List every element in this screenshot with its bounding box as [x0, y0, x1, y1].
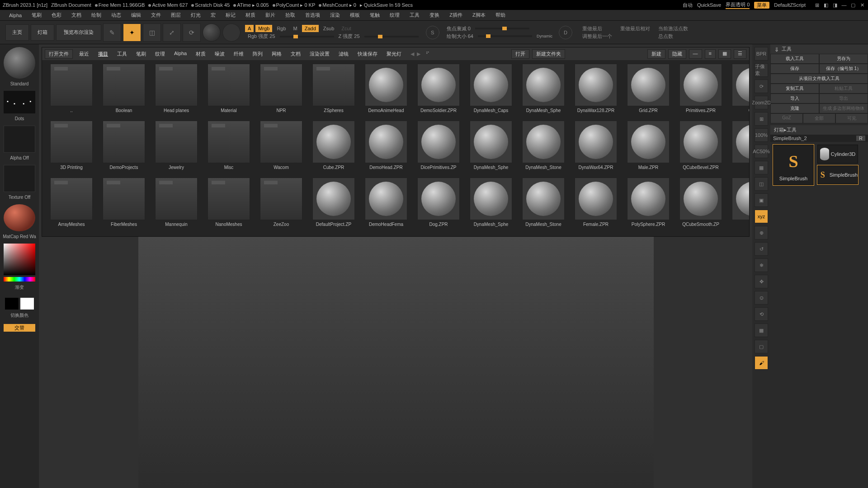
open-file-button[interactable]: 打开文件	[45, 49, 73, 59]
file-tile[interactable]: Male.ZPR	[623, 121, 674, 177]
lightbox-tab[interactable]: 材质	[192, 50, 209, 58]
tool-r-button[interactable]: R	[856, 136, 865, 141]
z-intensity[interactable]: Z 强度 25	[336, 33, 363, 40]
right-strip-button[interactable]: ◫	[755, 177, 768, 191]
alternate-button[interactable]: 交替	[4, 324, 35, 332]
right-strip-button[interactable]: AC50%	[755, 145, 768, 158]
lightbox-tab[interactable]: 聚光灯	[383, 50, 405, 58]
lightbox-tab[interactable]: 网格	[268, 50, 285, 58]
folder-tile[interactable]: ZeeZoo	[255, 178, 307, 234]
lightbox-tab[interactable]: 笔刷	[132, 50, 150, 58]
folder-tile[interactable]: NPR	[255, 64, 307, 120]
file-tile[interactable]: Primitives.ZPR	[675, 64, 726, 120]
home-button[interactable]: 主页	[5, 24, 29, 41]
right-strip-button[interactable]: xyz	[755, 210, 768, 223]
menu-拾取[interactable]: 拾取	[285, 12, 295, 19]
file-tile[interactable]: DynaWax64.ZPR	[570, 121, 622, 177]
focal-slider[interactable]	[475, 28, 529, 29]
folder-tile[interactable]: ZSpheres	[308, 64, 359, 120]
right-strip-button[interactable]: 100%	[755, 128, 768, 142]
new-folder-button[interactable]: 新建文件夹	[532, 49, 565, 59]
nav-prev-icon[interactable]: ◀	[410, 51, 414, 57]
close-icon[interactable]: ✕	[859, 2, 865, 8]
pin-icon[interactable]: ⇙	[772, 45, 780, 53]
lightbox-tab[interactable]: 工具	[113, 50, 131, 58]
file-tile[interactable]: QCu	[727, 64, 749, 120]
alpha-thumb[interactable]	[4, 126, 35, 153]
layout2-icon[interactable]: ◧	[823, 2, 829, 8]
lightbox-tab[interactable]: 渲染设置	[306, 50, 333, 58]
file-tile[interactable]: DemoHead.ZPR	[360, 121, 412, 177]
menu-标记[interactable]: 标记	[226, 12, 236, 19]
tool-slot-simplebrush-large[interactable]: S SimpleBrush	[773, 145, 814, 185]
view-list-icon[interactable]: ☰	[734, 49, 746, 59]
menu-Z插件[interactable]: Z插件	[449, 12, 462, 19]
zsub-button[interactable]: Zsub	[321, 26, 337, 31]
new-button[interactable]: 新建	[647, 49, 665, 59]
a-tag[interactable]: A	[245, 25, 254, 32]
shade-sphere-dark[interactable]	[222, 23, 241, 42]
right-strip-button[interactable]: BPR	[755, 47, 768, 61]
right-strip-button[interactable]: ↺	[755, 242, 768, 256]
folder-tile[interactable]: Boolean	[98, 64, 150, 120]
texture-thumb[interactable]	[4, 165, 35, 192]
lightbox-tab[interactable]: 阵列	[249, 50, 266, 58]
right-strip-button[interactable]: ⊙	[755, 291, 768, 305]
draw-size-slider[interactable]	[478, 35, 532, 37]
file-tile[interactable]: DynaWax128.ZPR	[570, 64, 622, 120]
file-tile[interactable]: Female.ZPR	[570, 178, 622, 234]
tool-slot-cylinder[interactable]: Cylinder3D	[817, 145, 858, 164]
tool-slot-simplebrush[interactable]: S SimpleBrush	[817, 165, 858, 184]
hide-button[interactable]: 隐藏	[668, 49, 686, 59]
menu-Z脚本[interactable]: Z脚本	[472, 12, 486, 19]
right-strip-button[interactable]: ▢	[755, 340, 768, 353]
menu-文档[interactable]: 文档	[71, 12, 81, 19]
file-tile[interactable]: DemoAnimeHead	[360, 64, 412, 120]
lightbox-tab[interactable]: 噪波	[211, 50, 228, 58]
file-tile[interactable]: DemoHeadFema	[360, 178, 412, 234]
view-single-icon[interactable]: —	[689, 49, 702, 59]
paste-tool-button[interactable]: 粘贴工具	[819, 84, 868, 94]
live-boolean-button[interactable]: 预览布尔渲染	[56, 24, 101, 41]
right-strip-button[interactable]: ▣	[755, 193, 768, 207]
layout-icon[interactable]: ⊞	[814, 2, 820, 8]
file-tile[interactable]: DynaMesh_Caps	[465, 64, 517, 120]
lightbox-tab[interactable]: Alpha	[170, 50, 190, 58]
maximize-icon[interactable]: ▢	[850, 2, 856, 8]
right-strip-button[interactable]: ⊕	[755, 226, 768, 239]
material-thumb[interactable]	[4, 204, 35, 231]
folder-tile[interactable]: FiberMeshes	[98, 178, 150, 234]
right-strip-button[interactable]: ⟳	[755, 80, 768, 93]
right-strip-button[interactable]: ❄	[755, 258, 768, 272]
folder-tile[interactable]: Misc	[203, 121, 255, 177]
menu-灯光[interactable]: 灯光	[191, 12, 201, 19]
folder-tile[interactable]: Material	[203, 64, 255, 120]
file-tile[interactable]: DynaMesh_Stone	[518, 121, 569, 177]
shade-sphere-lit[interactable]	[203, 23, 221, 42]
file-tile[interactable]: Grid.ZPR	[623, 64, 674, 120]
gradient-label[interactable]: 渐变	[15, 283, 24, 293]
draw-size[interactable]: 绘制大小 64	[444, 33, 476, 40]
menu-笔触[interactable]: 笔触	[370, 12, 380, 19]
export-button[interactable]: 导出	[819, 94, 868, 103]
lightbox-tab[interactable]: 滤镜	[335, 50, 352, 58]
folder-tile[interactable]: 3D Printing	[46, 121, 97, 177]
z-intensity-slider[interactable]	[364, 36, 419, 38]
rotate-mode-icon[interactable]: ⟳	[183, 23, 201, 42]
lightbox-tab[interactable]: 纤维	[230, 50, 247, 58]
right-strip-button[interactable]: ✥	[755, 275, 768, 288]
canvas[interactable]	[138, 216, 654, 488]
menu-材质[interactable]: 材质	[245, 12, 255, 19]
file-tile[interactable]: QCubeSmooth.ZP	[675, 178, 726, 234]
menu-首选项[interactable]: 首选项	[305, 12, 320, 19]
goz-visible-button[interactable]: 可见	[835, 113, 868, 123]
menu-帮助[interactable]: 帮助	[495, 12, 505, 19]
view-grid-icon[interactable]: ▦	[718, 49, 731, 59]
right-strip-button[interactable]: ⊞	[755, 112, 768, 126]
lightbox-button[interactable]: 灯箱	[31, 24, 54, 41]
copy-tool-button[interactable]: 复制工具	[770, 84, 819, 94]
lightbox-tab[interactable]: 快速保存	[354, 50, 381, 58]
file-tile[interactable]: Cube.ZPR	[308, 121, 359, 177]
import-button[interactable]: 导入	[770, 94, 819, 103]
minimize-icon[interactable]: —	[841, 2, 847, 8]
